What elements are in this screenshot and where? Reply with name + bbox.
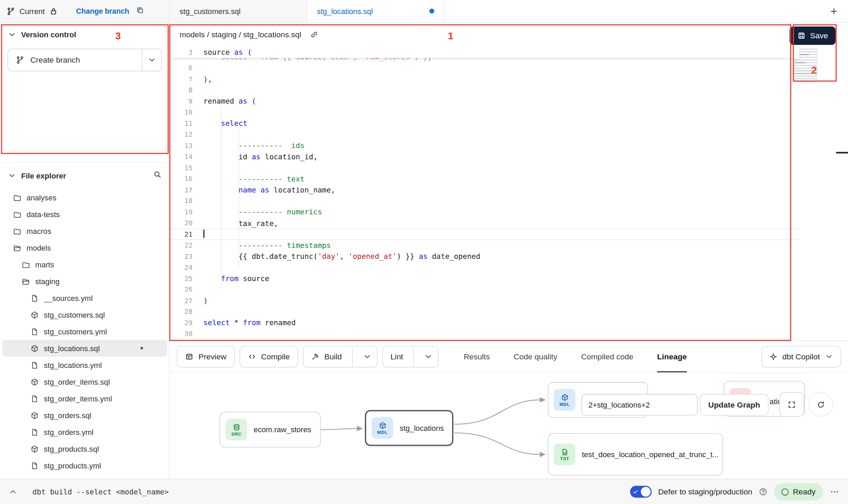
code-line[interactable]: 25 from source bbox=[170, 273, 799, 284]
tree-file[interactable]: stg_orders.sql bbox=[2, 407, 167, 424]
unsaved-dot: • bbox=[140, 344, 143, 353]
tree-file[interactable]: stg_customers.sql bbox=[2, 306, 167, 323]
tree-folder[interactable]: models bbox=[2, 239, 167, 256]
compile-button[interactable]: Compile bbox=[239, 346, 298, 367]
tree-file[interactable]: stg_products.yml bbox=[2, 457, 167, 474]
tree-file[interactable]: stg_order_items.sql bbox=[2, 373, 167, 390]
current-branch-label[interactable]: Current bbox=[20, 7, 45, 15]
status-ready-button[interactable]: Ready bbox=[774, 483, 823, 501]
code-line[interactable]: 6 bbox=[170, 63, 799, 74]
save-label: Save bbox=[810, 31, 828, 40]
tree-folder[interactable]: analyses bbox=[2, 189, 167, 206]
code-line[interactable]: select * from {{ source('ecom', 'raw_sto… bbox=[170, 57, 799, 62]
lineage-selector-input[interactable] bbox=[581, 394, 698, 415]
lineage-node[interactable]: SRCecom.raw_stores bbox=[220, 412, 321, 447]
version-control-header[interactable]: Version control bbox=[0, 23, 169, 47]
code-editor[interactable]: 3source as ( select * from {{ source('ec… bbox=[170, 47, 799, 341]
tree-file[interactable]: stg_order_items.yml bbox=[2, 390, 167, 407]
code-line[interactable]: 30 bbox=[170, 328, 799, 339]
create-branch-menu-button[interactable] bbox=[142, 49, 161, 71]
dbt-copilot-button[interactable]: dbt Copilot bbox=[761, 346, 841, 367]
file-icon bbox=[30, 394, 39, 403]
minimap-line bbox=[795, 73, 811, 74]
help-button[interactable] bbox=[759, 487, 767, 496]
code-line[interactable]: 27) bbox=[170, 295, 799, 306]
line-content: ---------- text bbox=[203, 174, 304, 183]
file-explorer-header[interactable]: File explorer bbox=[0, 162, 169, 188]
create-branch-main[interactable]: Create branch bbox=[8, 49, 142, 71]
tree-file[interactable]: stg_locations.sql• bbox=[2, 340, 167, 357]
code-line[interactable]: 10 bbox=[170, 107, 799, 118]
code-line[interactable]: 3source as ( bbox=[170, 47, 799, 57]
panel-tab-compiled-code[interactable]: Compiled code bbox=[581, 341, 633, 372]
scrollbar-handle[interactable] bbox=[836, 152, 848, 154]
branch-area: Current Change branch bbox=[0, 0, 170, 22]
create-branch-button[interactable]: Create branch bbox=[8, 49, 162, 71]
panel-tab-results[interactable]: Results bbox=[464, 341, 490, 372]
code-line[interactable]: 14 id as location_id, bbox=[170, 151, 799, 162]
folder-icon bbox=[13, 210, 22, 218]
code-line[interactable]: 19 ---------- numerics bbox=[170, 207, 799, 217]
line-number: 3 bbox=[170, 48, 203, 56]
code-line[interactable]: 15 bbox=[170, 162, 799, 173]
panel-tab-code-quality[interactable]: Code quality bbox=[514, 341, 557, 372]
copy-link-button[interactable] bbox=[307, 27, 322, 42]
code-line[interactable]: 13 ---------- ids bbox=[170, 140, 799, 151]
save-button[interactable]: Save bbox=[789, 26, 835, 45]
panel-tab-lineage[interactable]: Lineage bbox=[657, 341, 687, 372]
code-line[interactable]: 29select * from renamed bbox=[170, 317, 799, 328]
update-graph-button[interactable]: Update Graph bbox=[700, 394, 769, 415]
collapse-panel-button[interactable] bbox=[9, 487, 17, 496]
build-button[interactable]: Build bbox=[303, 346, 377, 367]
tree-item-label: stg_order_items.yml bbox=[44, 394, 112, 403]
chevron-down-icon bbox=[8, 30, 16, 39]
tree-file[interactable]: stg_orders.yml bbox=[2, 424, 167, 440]
code-line[interactable]: 9renamed as ( bbox=[170, 96, 799, 107]
editor-tab[interactable]: stg_customers.sql bbox=[170, 0, 307, 22]
status-ring-icon bbox=[782, 488, 789, 495]
dropdown-caret[interactable] bbox=[419, 352, 438, 361]
build-command: dbt build --select <model_name> bbox=[33, 487, 169, 496]
code-line[interactable]: 18 bbox=[170, 195, 799, 206]
change-branch-link[interactable]: Change branch bbox=[76, 7, 129, 15]
lineage-node[interactable]: MDLstg_locations bbox=[365, 410, 453, 446]
lineage-node[interactable]: TSTtest_does_location_opened_at_trunc_t.… bbox=[548, 433, 723, 475]
code-line[interactable]: 8 bbox=[170, 84, 799, 95]
code-line[interactable]: 28 bbox=[170, 306, 799, 317]
code-line[interactable]: 12 bbox=[170, 129, 799, 140]
editor-tab[interactable]: stg_locations.sql bbox=[307, 0, 445, 22]
refresh-button[interactable] bbox=[809, 392, 834, 416]
file-search-button[interactable] bbox=[153, 170, 162, 181]
code-line[interactable]: 26 bbox=[170, 284, 799, 295]
line-number: 6 bbox=[170, 64, 203, 72]
lineage-canvas[interactable]: SRCecom.raw_storesMDLstg_locationsMDLloc… bbox=[170, 373, 848, 479]
tree-folder[interactable]: marts bbox=[2, 256, 167, 273]
tree-file[interactable]: stg_locations.yml bbox=[2, 357, 167, 373]
tree-folder[interactable]: macros bbox=[2, 223, 167, 239]
code-line[interactable]: 22 ---------- timestamps bbox=[170, 240, 799, 251]
code-line[interactable]: 11 select bbox=[170, 118, 799, 129]
code-line[interactable]: 20 tax_rate, bbox=[170, 217, 799, 228]
code-line[interactable]: 17 name as location_name, bbox=[170, 184, 799, 195]
defer-toggle[interactable] bbox=[630, 486, 652, 498]
fullscreen-button[interactable] bbox=[779, 392, 804, 416]
tree-folder[interactable]: staging bbox=[2, 273, 167, 290]
code-line[interactable]: 21 bbox=[170, 228, 799, 239]
tree-file[interactable]: stg_products.sql bbox=[2, 440, 167, 457]
tree-file[interactable]: stg_customers.yml bbox=[2, 323, 167, 340]
tree-item-label: stg_orders.sql bbox=[44, 411, 91, 420]
lint-button[interactable]: Lint bbox=[382, 346, 439, 367]
file-tree: analysesdata-testsmacrosmodelsmartsstagi… bbox=[0, 188, 169, 475]
code-line[interactable]: 24 bbox=[170, 262, 799, 273]
preview-button[interactable]: Preview bbox=[177, 346, 234, 367]
copy-branch-button[interactable] bbox=[136, 6, 144, 16]
git-branch-icon bbox=[16, 56, 24, 64]
new-tab-button[interactable] bbox=[820, 0, 848, 22]
code-line[interactable]: 23 {{ dbt.date_trunc('day', 'opened_at')… bbox=[170, 251, 799, 262]
tree-file[interactable]: __sources.yml bbox=[2, 290, 167, 306]
code-line[interactable]: 7), bbox=[170, 74, 799, 84]
code-line[interactable]: 16 ---------- text bbox=[170, 173, 799, 184]
dropdown-caret[interactable] bbox=[358, 352, 377, 361]
more-options-button[interactable] bbox=[830, 487, 839, 496]
tree-folder[interactable]: data-tests bbox=[2, 206, 167, 223]
